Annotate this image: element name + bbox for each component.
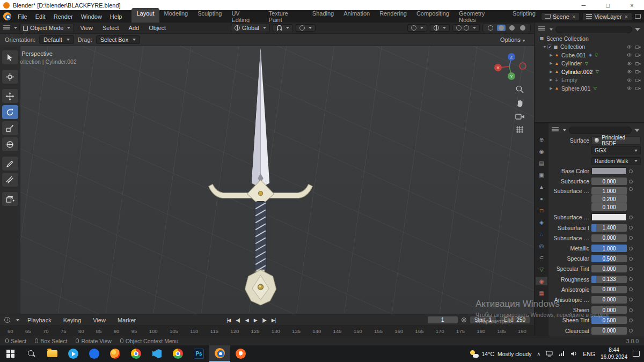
scene-unlink-icon[interactable]: × bbox=[572, 13, 576, 20]
keyframe-dot[interactable] bbox=[629, 308, 633, 312]
annotate-tool[interactable] bbox=[2, 157, 18, 171]
props-tab-tool[interactable]: ⊕ bbox=[536, 135, 547, 144]
taskbar-app-explorer[interactable] bbox=[42, 345, 63, 362]
taskbar-app-blender[interactable] bbox=[209, 345, 230, 362]
drag-dropdown[interactable]: Select Box bbox=[96, 35, 141, 44]
menu-window[interactable]: Window bbox=[77, 12, 106, 21]
outliner-row-cylinder[interactable]: ▶ ▲ Cylinder ▽ bbox=[535, 60, 644, 68]
collapse-icon[interactable]: ▼ bbox=[542, 45, 547, 49]
visibility-dropdown[interactable] bbox=[407, 24, 427, 32]
transform-tool[interactable] bbox=[2, 137, 18, 151]
props-tab-world[interactable]: ● bbox=[536, 194, 547, 203]
props-tab-modifiers[interactable]: ◈ bbox=[536, 218, 547, 226]
subsurface-color-swatch[interactable] bbox=[591, 213, 627, 221]
keyframe-dot[interactable] bbox=[629, 187, 633, 191]
eye-icon[interactable] bbox=[626, 85, 632, 91]
keyframe-dot[interactable] bbox=[629, 319, 633, 322]
taskbar-app-chrome-2[interactable] bbox=[167, 345, 188, 362]
specular-slider[interactable]: 0.500 bbox=[591, 255, 627, 262]
keyframe-dot[interactable] bbox=[629, 226, 633, 230]
outliner-row-scene-collection[interactable]: ▦ Scene Collection bbox=[535, 34, 644, 43]
camera-icon[interactable] bbox=[635, 77, 641, 83]
outliner-editor-icon[interactable] bbox=[538, 26, 545, 32]
orientation-dropdown[interactable]: Default bbox=[39, 35, 74, 44]
overlays-dropdown[interactable] bbox=[452, 24, 480, 32]
props-tab-texture[interactable]: ▦ bbox=[536, 289, 547, 297]
properties-search-input[interactable] bbox=[569, 127, 632, 134]
outliner-search-input[interactable] bbox=[555, 26, 632, 33]
outliner-row-collection[interactable]: ▼ ✓ ▦ Collection bbox=[535, 43, 644, 51]
options-dropdown[interactable]: Options bbox=[496, 35, 529, 44]
subsurface-radius-g[interactable]: 0.200 bbox=[591, 195, 627, 203]
keyframe-dot[interactable] bbox=[629, 277, 633, 281]
subsurface-radius-r[interactable]: 1.000 bbox=[591, 187, 627, 195]
blender-menu-icon[interactable] bbox=[3, 12, 11, 20]
network-icon[interactable] bbox=[558, 351, 565, 357]
keyframe-dot[interactable] bbox=[629, 236, 633, 240]
notification-center-icon[interactable] bbox=[633, 351, 640, 357]
start-button[interactable] bbox=[0, 345, 21, 362]
menu-marker[interactable]: Marker bbox=[114, 316, 140, 324]
transport-button[interactable]: ◀| bbox=[233, 317, 241, 323]
language-indicator[interactable]: ENG bbox=[583, 351, 595, 357]
props-tab-particles[interactable]: ∴ bbox=[536, 230, 547, 238]
clock[interactable]: 8:44 16.09.2024 bbox=[601, 347, 627, 360]
search-button[interactable] bbox=[21, 345, 42, 362]
menu-playback[interactable]: Playback bbox=[24, 316, 55, 324]
pan-hand-icon[interactable] bbox=[515, 99, 524, 108]
taskbar-app-chrome[interactable] bbox=[126, 345, 147, 362]
shading-wireframe-button[interactable] bbox=[486, 25, 495, 31]
transform-orientation-dropdown[interactable]: Global bbox=[231, 24, 270, 32]
transport-button[interactable]: ▶| bbox=[269, 317, 277, 323]
sword-model[interactable] bbox=[0, 46, 534, 314]
menu-keying[interactable]: Keying bbox=[60, 316, 85, 324]
taskbar-app-vscode[interactable] bbox=[147, 345, 167, 362]
props-tab-object-data[interactable]: ▽ bbox=[536, 265, 547, 274]
add-cube-tool[interactable] bbox=[2, 192, 18, 206]
subsurface-ior-slider[interactable]: 1.400 bbox=[591, 224, 627, 232]
maximize-button[interactable]: □ bbox=[596, 0, 620, 10]
hidden-icons-chevron[interactable]: ∧ bbox=[537, 351, 541, 357]
measure-tool[interactable] bbox=[2, 173, 18, 187]
menu-edit[interactable]: Edit bbox=[32, 12, 49, 21]
roughness-slider[interactable]: 0.133 bbox=[591, 276, 627, 283]
anisotropic-rotation-slider[interactable]: 0.000 bbox=[591, 296, 627, 304]
camera-icon[interactable] bbox=[635, 85, 641, 91]
props-tab-constraints[interactable]: ⊂ bbox=[536, 253, 547, 262]
transport-button[interactable]: ◀ bbox=[243, 317, 251, 323]
props-tab-scene[interactable]: ▲ bbox=[536, 182, 547, 191]
ortho-grid-icon[interactable] bbox=[515, 125, 524, 134]
subsurface-method-dropdown[interactable]: Random Walk bbox=[591, 157, 641, 165]
auto-keyframe-icon[interactable] bbox=[462, 317, 466, 322]
editor-type-icon[interactable] bbox=[3, 25, 10, 31]
menu-file[interactable]: File bbox=[14, 12, 31, 21]
props-tab-material[interactable]: ◉ bbox=[536, 277, 547, 285]
keyframe-dot[interactable] bbox=[629, 247, 633, 250]
properties-editor-icon[interactable] bbox=[552, 127, 559, 133]
shading-solid-button[interactable] bbox=[497, 25, 506, 31]
clearcoat-slider[interactable]: 0.000 bbox=[591, 327, 627, 335]
expand-icon[interactable]: ▶ bbox=[548, 53, 554, 57]
filter-icon[interactable] bbox=[635, 28, 640, 31]
collection-checkbox[interactable]: ✓ bbox=[547, 45, 552, 49]
camera-icon[interactable] bbox=[635, 61, 641, 67]
outliner-row-cube001[interactable]: ▶ ▲ Cube.001 ◈ ▽ bbox=[535, 51, 644, 60]
current-frame-field[interactable]: 1 bbox=[428, 316, 458, 323]
menu-view[interactable]: View bbox=[76, 24, 97, 32]
surface-shader-button[interactable]: Principled BSDF bbox=[591, 136, 641, 145]
camera-icon[interactable] bbox=[635, 69, 641, 75]
sheen-slider[interactable]: 0.000 bbox=[591, 306, 627, 314]
transport-button[interactable]: |◀ bbox=[224, 317, 232, 323]
metallic-slider[interactable]: 1.000 bbox=[591, 245, 627, 252]
keyframe-dot[interactable] bbox=[629, 298, 633, 301]
shading-rendered-button[interactable] bbox=[518, 25, 527, 31]
specular-tint-slider[interactable]: 0.000 bbox=[591, 265, 627, 272]
select-box-tool[interactable] bbox=[2, 50, 18, 64]
taskbar-app-blue[interactable] bbox=[84, 345, 105, 362]
keyframe-dot[interactable] bbox=[629, 169, 633, 173]
menu-object[interactable]: Object bbox=[145, 24, 170, 32]
taskbar-app-telegram[interactable] bbox=[63, 345, 84, 362]
close-button[interactable]: × bbox=[620, 0, 644, 10]
props-tab-view-layer[interactable]: ▣ bbox=[536, 171, 547, 179]
eye-icon[interactable] bbox=[626, 69, 632, 75]
